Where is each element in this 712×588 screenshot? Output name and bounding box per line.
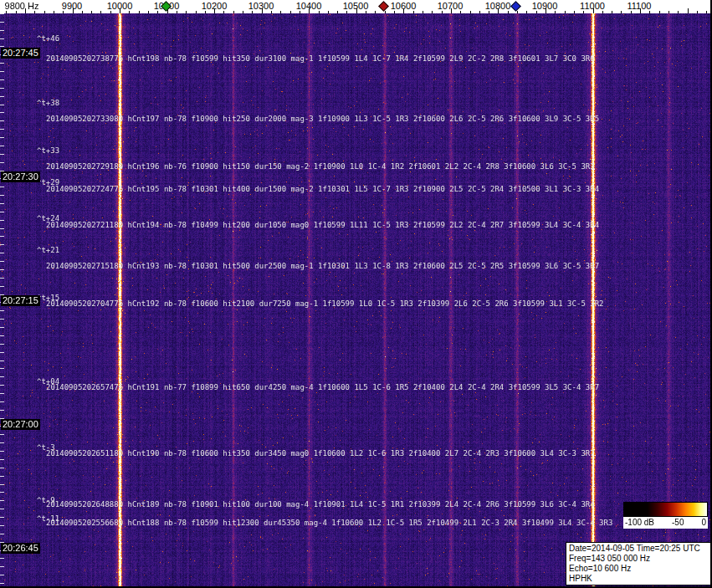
echo-log-line: 20140905202724776 hCnt195 nb-78 f10301 h… [46,185,599,193]
freq-label: 9800 Hz [5,1,39,11]
echo-log-line: 20140905202733080 hCnt197 nb-78 f10900 h… [46,115,599,123]
echo-log-line: 20140905202721180 hCnt194 nb-78 f10499 h… [46,221,599,229]
frequency-scale: 9800 Hz 9900 10000 10100 10200 10300 104… [0,0,712,13]
colorbar-gradient [623,502,708,517]
info-line-date: Date=2014-09-05 Time=20:25 UTC [569,544,711,554]
db-colorbar: -100 dB -50 0 [623,502,708,529]
echo-log-line: 20140905202729180 hCnt196 nb-76 f10900 h… [46,162,595,171]
echo-log-line: 20140905202738776 hCnt198 nb-78 f10599 h… [46,54,595,63]
freq-label: 10900 [532,1,558,11]
freq-label: 9900 [62,1,82,11]
time-label: 20:27:15 [1,295,40,306]
freq-label: 10700 [438,1,464,11]
status-info-box: Date=2014-09-05 Time=20:25 UTC Freq=143 … [566,542,712,585]
freq-label: 10500 [343,1,369,11]
time-label: 20:27:00 [1,419,40,430]
freq-label: 11000 [580,1,605,11]
time-label: 20:27:45 [1,48,40,59]
echo-marker-label: ^t+21 [37,246,59,254]
freq-label: 10300 [248,1,274,11]
colorbar-label-max: 0 [701,517,706,529]
echo-log-line: 20140905202704776 hCnt192 nb-78 f10600 h… [46,299,603,308]
colorbar-label-mid: -50 [672,517,684,529]
colorbar-label-min: -100 dB [625,517,654,529]
info-line-station: HPHK [569,574,711,584]
echo-marker-label: ^t+46 [37,34,59,43]
info-line-echo: Echo=10 600 Hz [569,564,711,574]
time-label: 20:26:45 [1,543,40,554]
echo-log-line: 20140905202715180 hCnt193 nb-78 f10301 h… [46,262,599,270]
echo-marker-label: ^t+38 [37,99,59,107]
freq-label: 11100 [627,1,652,11]
time-label: 20:27:30 [1,171,40,182]
echo-log-line: 20140905202651180 hCnt190 nb-78 f10600 h… [46,449,595,458]
colorbar-labels: -100 dB -50 0 [623,517,708,529]
echo-log-line: 20140905202657476 hCnt191 nb-77 f10899 h… [46,383,599,391]
info-line-freq: Freq=143 050 000 Hz [569,554,711,564]
echo-log-line: 20140905202556680 hCnt188 nb-78 f10599 h… [46,519,612,527]
echo-marker-label: ^t+33 [37,146,59,155]
spectrogram-app-window: 9800 Hz 9900 10000 10100 10200 10300 104… [0,0,712,588]
echo-log-line: 20140905202648880 hCnt189 nb-78 f10901 h… [46,500,595,509]
